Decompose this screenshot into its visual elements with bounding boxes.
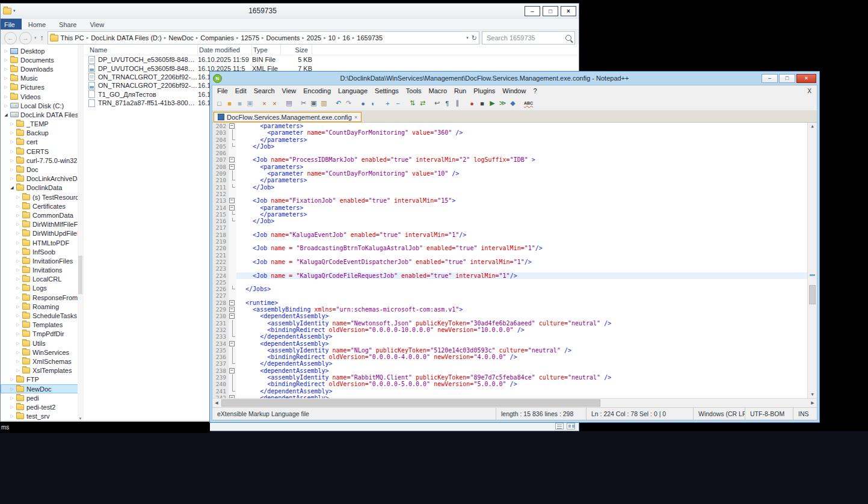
tree-item-certs[interactable]: ▷CERTS <box>1 147 83 156</box>
tree-expand-icon[interactable]: ▷ <box>9 405 15 410</box>
breadcrumb-item-documents[interactable]: Documents <box>265 34 302 42</box>
macro-play-icon[interactable]: ▶ <box>487 98 497 108</box>
scroll-up-icon[interactable]: ▲ <box>808 124 817 129</box>
address-bar[interactable]: This PC▸DocLink DATA Files (D:)▸NewDoc▸C… <box>48 31 479 45</box>
tree-expand-icon[interactable]: ▷ <box>3 76 9 81</box>
print-icon[interactable]: ▤ <box>284 98 294 108</box>
file-row[interactable]: DP_UVUTOCH_e53605f8-8487-4578-98d0...16.… <box>84 55 579 64</box>
tree-item-utils[interactable]: ▷Utils <box>1 339 83 348</box>
column-header-size[interactable]: Size <box>281 45 312 55</box>
refresh-icon[interactable]: ↻ <box>472 34 477 42</box>
code-line[interactable]: 220 <Job name = "BroadcastingBtrnToKalug… <box>212 245 807 251</box>
word-wrap-icon[interactable]: ↩ <box>432 98 442 108</box>
horizontal-scrollbar-thumb[interactable] <box>221 399 600 407</box>
tree-expand-icon[interactable]: ▷ <box>15 231 21 236</box>
tree-item-xmlschemas[interactable]: ▷XmlSchemas <box>1 357 83 366</box>
code-line[interactable]: 224 <Job name = "KalugaQrCodeFileRequest… <box>212 272 807 279</box>
sync-horizontal-icon[interactable]: ⇄ <box>417 98 428 108</box>
tree-expand-icon[interactable]: ▷ <box>15 259 21 263</box>
fold-collapse-icon[interactable]: − <box>229 341 235 346</box>
tree-expand-icon[interactable]: ▷ <box>3 94 9 99</box>
ribbon-tab-view[interactable]: View <box>83 19 111 29</box>
recent-locations-dropdown-icon[interactable]: ▾ <box>34 35 37 40</box>
tree-expand-icon[interactable]: ▷ <box>9 396 15 401</box>
tree-expand-icon[interactable]: ▷ <box>15 368 21 373</box>
tree-item-commondata[interactable]: ▷CommonData <box>1 211 83 220</box>
tree-expand-icon[interactable]: ▷ <box>3 85 9 90</box>
tree-expand-icon[interactable]: ▷ <box>15 204 21 209</box>
tree-expand-icon[interactable]: ▷ <box>15 250 21 254</box>
code-line[interactable]: 221 <box>212 252 807 259</box>
tree-item-cert[interactable]: ▷cert <box>1 138 83 147</box>
code-line[interactable]: 228− <runtime> <box>212 300 807 306</box>
tree-item-doclinkarchivedata[interactable]: ▷DocLinkArchiveData <box>1 174 83 183</box>
ribbon-tab-home[interactable]: Home <box>22 19 52 29</box>
fold-collapse-icon[interactable]: − <box>229 157 235 162</box>
scroll-right-icon[interactable]: ▶ <box>808 399 817 407</box>
tree-expand-icon[interactable]: ▷ <box>15 350 21 355</box>
breadcrumb-item-16[interactable]: 16 <box>341 34 352 42</box>
spell-check-icon[interactable]: ABC <box>522 98 535 108</box>
tree-expand-icon[interactable]: ▷ <box>15 286 21 290</box>
address-dropdown-icon[interactable]: ▾ <box>466 35 469 40</box>
tree-item-local-disk-c[interactable]: ▷Local Disk (C:) <box>1 101 83 110</box>
save-all-icon[interactable]: ▣ <box>245 98 255 108</box>
cut-icon[interactable]: ✂ <box>298 98 309 108</box>
macro-record-icon[interactable]: ● <box>467 98 477 108</box>
tab-close-icon[interactable]: × <box>354 114 357 120</box>
breadcrumb-item-doclink-data-files-d[interactable]: DocLink DATA Files (D:) <box>89 34 164 42</box>
tree-expand-icon[interactable]: ▷ <box>15 195 21 200</box>
code-line[interactable]: 210 </parameters> <box>212 177 807 183</box>
code-line[interactable]: 211 </Job> <box>212 184 807 191</box>
menu-close-button[interactable]: X <box>802 88 817 94</box>
menu-macro[interactable]: Macro <box>425 86 451 96</box>
explorer-title-bar[interactable]: ▾ 1659735 – □ × <box>1 4 579 19</box>
code-line[interactable]: 222 <Job name = "KalugaQrCodeEventDispat… <box>212 259 807 265</box>
tree-collapse-icon[interactable]: ◢ <box>9 185 15 190</box>
minimize-button[interactable]: – <box>762 74 778 83</box>
tree-expand-icon[interactable]: ▷ <box>9 131 15 135</box>
status-eol-format[interactable]: Windows (CR LF) <box>693 408 745 420</box>
document-tab[interactable]: DocFlow.Services.Management.exe.config × <box>214 112 362 122</box>
code-line[interactable]: 236 <bindingRedirect oldVersion="0.0.0.0… <box>212 354 807 360</box>
maximize-button[interactable]: □ <box>543 6 558 16</box>
code-line[interactable]: 223 <box>212 265 807 272</box>
redo-icon[interactable]: ↷ <box>343 98 354 108</box>
tree-expand-icon[interactable]: ▷ <box>9 140 15 144</box>
code-line[interactable]: 213− <Job name="FixationJob" enabled="tr… <box>212 197 807 204</box>
up-icon[interactable]: ↑ <box>39 34 45 42</box>
tree-item-localcrl[interactable]: ▷LocalCRL <box>1 275 83 284</box>
replace-icon[interactable]: ◐ <box>368 98 378 108</box>
tree-item-invitationfiles[interactable]: ▷InvitationFiles <box>1 256 83 265</box>
tree-item-logs[interactable]: ▷Logs <box>1 284 83 293</box>
tree-item-roaming[interactable]: ▷Roaming <box>1 302 83 311</box>
tree-expand-icon[interactable]: ▷ <box>15 341 21 346</box>
menu-file[interactable]: File <box>214 86 232 96</box>
status-encoding[interactable]: UTF-8-BOM <box>745 408 793 420</box>
tree-item-downloads[interactable]: ▷Downloads <box>1 64 83 73</box>
menu-run[interactable]: Run <box>451 86 470 96</box>
copy-icon[interactable]: ▣ <box>309 98 319 108</box>
menu-view[interactable]: View <box>279 86 300 96</box>
minimize-button[interactable]: – <box>525 6 540 16</box>
tree-expand-icon[interactable]: ▷ <box>15 213 21 218</box>
vertical-scrollbar[interactable]: ▲ ▼ <box>807 123 817 398</box>
open-folder-icon[interactable]: ■ <box>224 98 235 108</box>
tree-item-winservices[interactable]: ▷WinServices <box>1 348 83 357</box>
code-line[interactable]: 208− <parameters> <box>212 164 807 170</box>
breadcrumb-item-1659735[interactable]: 1659735 <box>355 34 384 42</box>
tree-item-tmppdfdir[interactable]: ▷TmpPdfDir <box>1 330 83 339</box>
scroll-left-icon[interactable]: ◀ <box>212 399 221 407</box>
code-line[interactable]: 216 </Job> <box>212 218 807 224</box>
tree-item-newdoc[interactable]: ▷NewDoc <box>1 384 83 393</box>
tree-item-curl-7-75-0-win32-mingw[interactable]: ▷curl-7.75.0-win32-mingw <box>1 156 83 165</box>
fold-collapse-icon[interactable]: − <box>229 300 235 306</box>
code-line[interactable]: 219 <box>212 238 807 245</box>
horizontal-scrollbar[interactable]: ◀ ▶ <box>212 398 817 407</box>
forward-icon[interactable]: → <box>19 32 32 45</box>
menu-search[interactable]: Search <box>250 86 279 96</box>
tree-expand-icon[interactable]: ▷ <box>9 387 15 392</box>
tree-item-htmltopdf[interactable]: ▷HTMLtoPDF <box>1 238 83 247</box>
status-insert-mode[interactable]: INS <box>793 408 817 420</box>
code-line[interactable]: 225 <box>212 279 807 286</box>
